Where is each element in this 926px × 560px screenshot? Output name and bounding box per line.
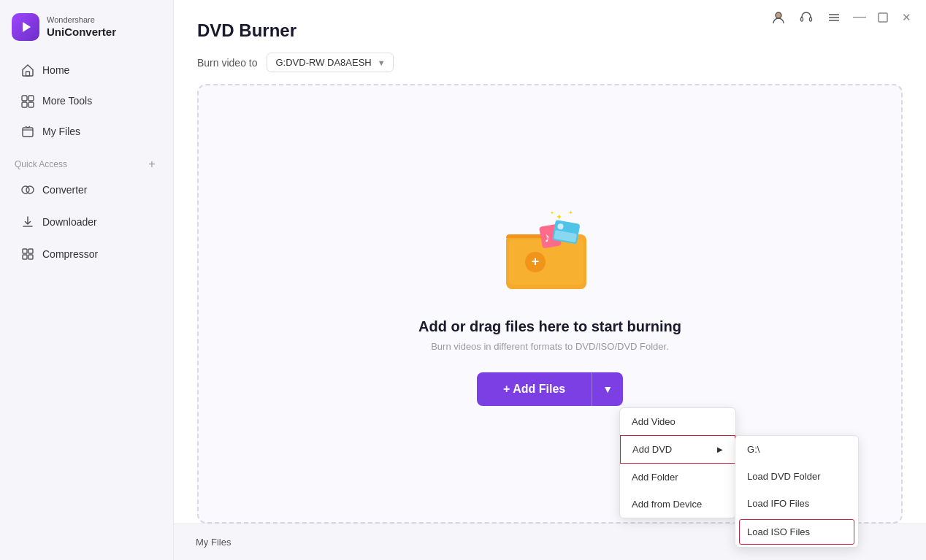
submenu-item-load-ifo-files[interactable]: Load IFO Files xyxy=(735,490,858,517)
submenu-arrow-icon: ▶ xyxy=(717,445,723,453)
burn-device-value: G:DVD-RW DA8AESH xyxy=(276,57,372,68)
dropdown-item-add-dvd[interactable]: Add DVD ▶ G:\ Load DVD Folder Load IFO xyxy=(620,435,735,464)
sidebar-item-compressor[interactable]: Compressor xyxy=(6,239,167,269)
svg-rect-12 xyxy=(28,255,33,259)
sidebar-item-more-tools-label: More Tools xyxy=(42,95,92,107)
add-quick-access-button[interactable]: + xyxy=(145,158,158,171)
sidebar-item-my-files[interactable]: My Files xyxy=(6,117,167,146)
submenu-item-g-drive[interactable]: G:\ xyxy=(735,436,858,463)
burn-row: Burn video to G:DVD-RW DA8AESH ▼ xyxy=(174,53,926,84)
converter-icon xyxy=(20,183,35,197)
sidebar-item-home-label: Home xyxy=(42,64,69,76)
chevron-down-icon: ▼ xyxy=(602,383,613,395)
svg-marker-0 xyxy=(23,22,31,32)
burn-device-select[interactable]: G:DVD-RW DA8AESH ▼ xyxy=(267,53,394,72)
sidebar-item-downloader-label: Downloader xyxy=(42,216,97,228)
sidebar-item-compressor-label: Compressor xyxy=(42,248,98,260)
sidebar-item-more-tools[interactable]: More Tools xyxy=(6,86,167,115)
svg-rect-10 xyxy=(28,249,33,253)
downloader-icon xyxy=(20,215,35,229)
headset-icon[interactable] xyxy=(799,10,814,25)
app-logo-icon xyxy=(12,13,39,41)
nav-section: Home More Tools M xyxy=(0,54,173,150)
submenu-item-load-iso-files[interactable]: Load ISO Files xyxy=(739,519,854,545)
maximize-button[interactable] xyxy=(878,12,888,23)
brand-name: Wondershare xyxy=(47,15,116,25)
drop-illustration: + ♪ ✦ ✦ ✦ xyxy=(499,202,601,304)
sidebar-item-downloader[interactable]: Downloader xyxy=(6,207,167,237)
add-files-row: + Add Files ▼ Add Video Add DVD ▶ xyxy=(477,372,623,406)
add-files-dropdown-button[interactable]: ▼ xyxy=(592,372,623,406)
burn-label: Burn video to xyxy=(197,57,258,69)
minimize-button[interactable]: — xyxy=(854,12,865,23)
home-icon xyxy=(20,63,35,77)
dropdown-item-add-from-device[interactable]: Add from Device xyxy=(620,491,735,518)
svg-point-13 xyxy=(776,12,781,18)
burn-select-chevron-icon: ▼ xyxy=(378,58,386,67)
add-dvd-submenu: G:\ Load DVD Folder Load IFO Files Load … xyxy=(735,435,859,548)
submenu-item-load-dvd-folder[interactable]: Load DVD Folder xyxy=(735,463,858,490)
svg-rect-4 xyxy=(22,102,27,107)
svg-text:✦: ✦ xyxy=(550,210,554,215)
svg-rect-19 xyxy=(879,13,887,22)
page-header: DVD Burner xyxy=(174,0,926,53)
svg-rect-6 xyxy=(23,128,33,137)
dropdown-item-add-video[interactable]: Add Video xyxy=(620,408,735,435)
sidebar: Wondershare UniConverter Home xyxy=(0,0,174,560)
add-files-label: + Add Files xyxy=(503,383,565,396)
quick-access-label: Quick Access + xyxy=(0,150,173,174)
add-files-button[interactable]: + Add Files xyxy=(477,372,592,406)
drop-title: Add or drag files here to start burning xyxy=(418,318,681,335)
titlebar: — ✕ xyxy=(771,10,911,25)
user-profile-icon[interactable] xyxy=(771,10,786,25)
svg-rect-3 xyxy=(28,96,34,101)
close-button[interactable]: ✕ xyxy=(901,12,911,23)
main-content-inner: DVD Burner Burn video to G:DVD-RW DA8AES… xyxy=(174,0,926,560)
more-tools-icon xyxy=(20,93,35,108)
svg-text:✦: ✦ xyxy=(568,210,573,216)
compressor-icon xyxy=(20,247,35,261)
menu-icon[interactable] xyxy=(827,10,841,25)
dropdown-item-add-folder[interactable]: Add Folder xyxy=(620,464,735,491)
main-content: — ✕ DVD Burner Burn video to G:DVD-RW DA… xyxy=(174,0,926,560)
sidebar-item-my-files-label: My Files xyxy=(42,126,80,137)
product-name: UniConverter xyxy=(47,26,116,39)
my-files-icon xyxy=(20,124,35,139)
svg-rect-1 xyxy=(26,72,30,76)
svg-point-8 xyxy=(26,186,34,193)
logo-text: Wondershare UniConverter xyxy=(47,15,116,38)
svg-text:+: + xyxy=(532,254,540,269)
drop-zone[interactable]: + ♪ ✦ ✦ ✦ xyxy=(197,84,903,523)
svg-rect-5 xyxy=(28,102,34,107)
drop-subtitle: Burn videos in different formats to DVD/… xyxy=(431,341,669,352)
footer-tab-my-files[interactable]: My Files xyxy=(188,534,238,551)
svg-text:✦: ✦ xyxy=(556,212,562,221)
svg-rect-9 xyxy=(23,249,27,253)
sidebar-item-home[interactable]: Home xyxy=(6,55,167,85)
sidebar-item-converter-label: Converter xyxy=(42,184,87,196)
sidebar-item-converter[interactable]: Converter xyxy=(6,175,167,204)
dropdown-menu: Add Video Add DVD ▶ G:\ Load DVD Folder xyxy=(619,407,736,518)
svg-rect-2 xyxy=(22,96,27,101)
svg-rect-11 xyxy=(23,255,27,259)
logo-area: Wondershare UniConverter xyxy=(0,0,173,54)
